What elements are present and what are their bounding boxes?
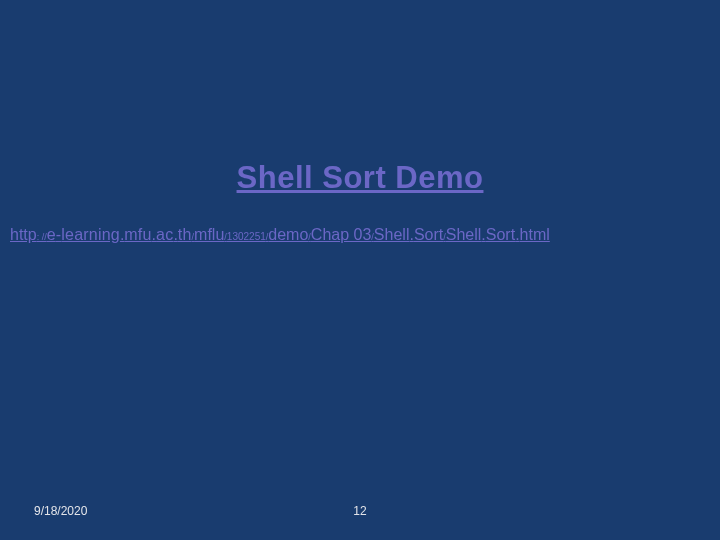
url-path-part: Sort xyxy=(486,226,515,243)
url-separator: : // xyxy=(37,232,47,242)
url-path-part: Sort xyxy=(414,226,443,243)
slide-title: Shell Sort Demo xyxy=(0,160,720,196)
url-path-part: html xyxy=(520,226,550,243)
url-path-part: demo xyxy=(268,226,308,243)
url-path-part: Shell xyxy=(374,226,410,243)
url-host-part: e xyxy=(47,226,56,243)
demo-url-link[interactable]: http: //e-learning.mfu.ac.th/mflu/130225… xyxy=(10,226,550,244)
url-host-part: th xyxy=(178,226,192,243)
url-host-part: learning xyxy=(61,226,120,243)
presentation-slide: Shell Sort Demo http: //e-learning.mfu.a… xyxy=(0,0,720,540)
url-course-number: 1302251 xyxy=(227,231,266,242)
url-path-part: mflu xyxy=(194,226,224,243)
url-path-part: Chap 03 xyxy=(311,226,372,243)
url-host-part: ac xyxy=(156,226,173,243)
footer-page-number: 12 xyxy=(0,504,720,518)
url-scheme: http xyxy=(10,226,37,243)
url-host-part: mfu xyxy=(124,226,151,243)
url-path-part: Shell xyxy=(446,226,482,243)
